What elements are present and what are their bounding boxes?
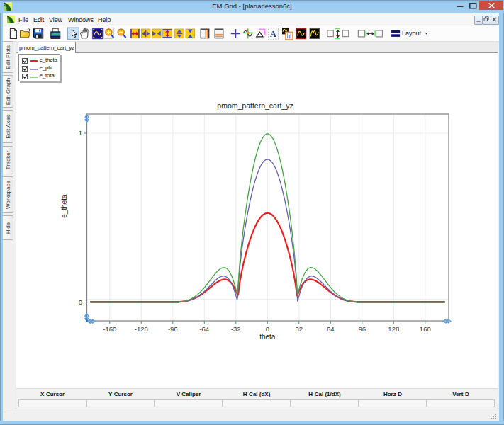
svg-text:Layout: Layout [402,30,422,37]
svg-text:A: A [270,29,276,39]
